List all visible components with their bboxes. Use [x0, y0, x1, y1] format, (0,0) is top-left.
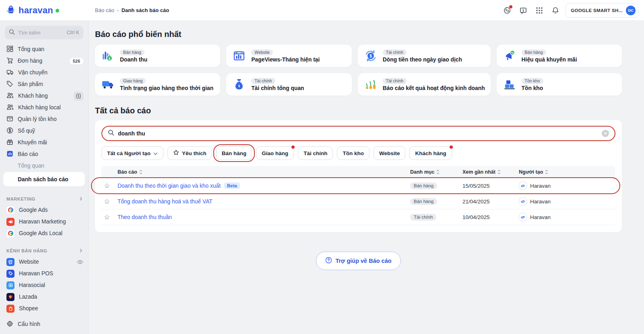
sidebar-item-shopee[interactable]: Shopee: [0, 303, 88, 314]
website-channel-icon: [6, 258, 14, 266]
report-card-pageviews[interactable]: Website PageViews-Tháng hiện tại: [226, 45, 351, 67]
report-card-tinh-trang-giao-hang[interactable]: Giao hàng Tình trạng giao hàng theo thời…: [95, 73, 220, 96]
pageviews-icon: [232, 49, 246, 63]
category-pill: Bán hàng: [410, 198, 437, 205]
report-card-ton-kho[interactable]: Tồn kho Tồn kho: [497, 73, 622, 96]
sidebar-item-label: Tổng quan: [18, 46, 83, 52]
section-title: KÊNH BÁN HÀNG: [6, 248, 47, 253]
sidebar-item-label: Khách hàng local: [18, 105, 83, 111]
sidebar-item-cau-hinh[interactable]: Cấu hình: [0, 318, 88, 330]
sidebar-search-input[interactable]: Tìm kiếm Ctrl K: [5, 26, 83, 39]
sidebar-item-haravan-marketing[interactable]: Haravan Marketing: [0, 216, 88, 227]
report-link[interactable]: Tổng doanh thu hàng hoá và thuế VAT: [118, 199, 213, 205]
creator-cell: Haravan: [519, 197, 615, 205]
report-card-hieu-qua-khuyen-mai[interactable]: % Bán hàng Hiệu quả khuyến mãi: [497, 45, 622, 67]
filter-chip-giao-hang[interactable]: Giao hàng: [256, 146, 294, 160]
breadcrumb-parent[interactable]: Báo cáo: [95, 7, 114, 13]
sidebar-item-khach-hang[interactable]: Khách hàng: [0, 90, 88, 102]
chevron-right-icon: [79, 197, 83, 202]
sidebar-item-label: Haravan POS: [19, 270, 83, 277]
column-header-xem-gan-nhat[interactable]: Xem gần nhất: [462, 169, 519, 175]
report-card-tai-chinh-tong-quan[interactable]: $ Tài chính Tài chính tổng quan: [226, 73, 351, 96]
filter-chip-ton-kho[interactable]: Tồn kho: [337, 146, 369, 160]
favorite-filter-button[interactable]: Yêu thích: [167, 146, 212, 160]
reports-table: Báo cáo Danh mục Xem gần nhất Người tạo: [101, 166, 615, 225]
haravan-logo[interactable]: haravan: [0, 4, 89, 16]
card-tag: Bán hàng: [522, 49, 546, 55]
dropdown-label: Tất cả Người tạo: [107, 150, 151, 156]
sidebar-item-haravan-pos[interactable]: Haravan POS: [0, 268, 88, 279]
sort-icon: [139, 170, 142, 174]
sidebar-item-label: Sản phẩm: [18, 81, 83, 87]
delivery-truck-icon: [101, 77, 115, 92]
card-title: PageViews-Tháng hiện tại: [251, 57, 320, 63]
subitem-label: Danh sách báo cáo: [18, 176, 68, 182]
card-title: Tài chính tổng quan: [251, 85, 304, 91]
visibility-eye-icon[interactable]: [77, 260, 83, 264]
svg-text:%: %: [511, 51, 514, 55]
report-link[interactable]: Theo doanh thu thuần: [118, 214, 172, 220]
gear-icon: [6, 320, 13, 328]
filter-chip-website[interactable]: Website: [374, 146, 406, 160]
sidebar-item-quan-ly-ton-kho[interactable]: Quản lý tồn kho: [0, 113, 88, 125]
bell-icon[interactable]: [549, 4, 561, 16]
sidebar-subitem-danh-sach-bao-cao[interactable]: Danh sách báo cáo: [3, 172, 85, 186]
creator-cell: Haravan: [519, 182, 615, 190]
open-panel-icon[interactable]: [74, 92, 83, 100]
sidebar-item-bao-cao[interactable]: Báo cáo: [0, 148, 88, 160]
filter-chip-tai-chinh[interactable]: Tài chính: [298, 146, 333, 160]
sidebar-item-website[interactable]: Website: [0, 256, 88, 268]
sidebar-item-don-hang[interactable]: Đơn hàng 526: [0, 55, 88, 67]
filter-chip-khach-hang[interactable]: Khách hàng: [409, 146, 452, 160]
category-pill: Bán hàng: [410, 182, 437, 189]
report-card-ket-qua-kinh-doanh[interactable]: Tài chính Báo cáo kết quả hoạt động kinh…: [358, 73, 491, 96]
favorite-label: Yêu thích: [182, 150, 206, 156]
column-header-bao-cao[interactable]: Báo cáo: [118, 169, 410, 175]
sidebar-item-google-ads-local[interactable]: Google Ads Local: [0, 227, 88, 239]
apps-grid-icon[interactable]: [533, 4, 545, 16]
haravan-bag-icon: [6, 4, 16, 16]
card-tag: Website: [251, 49, 273, 55]
help-button[interactable]: Trợ giúp về Báo cáo: [316, 252, 400, 270]
feedback-icon[interactable]: [517, 4, 529, 16]
popular-reports-grid: $ Bán hàng Doanh thu Website PageViews-T…: [95, 45, 622, 96]
column-header-nguoi-tao[interactable]: Người tạo: [519, 169, 615, 175]
new-indicator-dot: [291, 145, 295, 149]
section-kenh-ban-hang[interactable]: KÊNH BÁN HÀNG: [0, 246, 88, 256]
all-reports-panel: doanh thu ✕ Tất cả Người tạo Yêu thích B…: [95, 120, 622, 232]
sidebar-item-lazada[interactable]: Lazada: [0, 291, 88, 303]
topbar: haravan Báo cáo › Danh sách báo cáo GOOG…: [0, 0, 644, 21]
column-header-danh-muc[interactable]: Danh mục: [410, 169, 462, 175]
favorite-star-icon[interactable]: ☆: [101, 213, 118, 221]
logo-text: haravan: [19, 5, 53, 16]
sidebar-item-van-chuyen[interactable]: Vận chuyển: [0, 67, 88, 78]
account-menu[interactable]: GOOGLE SMART SH... DC: [566, 3, 638, 18]
section-marketing[interactable]: MARKETING: [0, 194, 88, 204]
table-row[interactable]: ☆ Doanh thu theo thời gian giao và kho x…: [101, 178, 615, 194]
google-ads-icon: [6, 206, 14, 214]
sidebar-item-google-ads[interactable]: Google Ads: [0, 204, 88, 216]
sidebar-item-tong-quan[interactable]: Tổng quan: [0, 43, 88, 55]
report-card-doanh-thu[interactable]: $ Bán hàng Doanh thu: [95, 45, 220, 67]
creator-name: Haravan: [530, 199, 551, 205]
creator-filter-dropdown[interactable]: Tất cả Người tạo: [101, 146, 163, 160]
sidebar-item-khach-hang-local[interactable]: Khách hàng local: [0, 102, 88, 113]
filter-chip-ban-hang[interactable]: Bán hàng: [216, 146, 252, 160]
promotion-icon: %: [502, 49, 517, 63]
report-link[interactable]: Doanh thu theo thời gian giao và kho xuấ…: [118, 183, 221, 189]
star-icon: [173, 150, 179, 157]
cash-icon: [6, 127, 13, 135]
sidebar-item-khuyen-mai[interactable]: Khuyến mãi: [0, 137, 88, 148]
sidebar-item-so-quy[interactable]: Sổ quỹ: [0, 125, 88, 137]
table-row[interactable]: ☆ Tổng doanh thu hàng hoá và thuế VAT Bá…: [101, 194, 615, 209]
favorite-star-icon[interactable]: ☆: [101, 182, 118, 190]
sync-history-icon[interactable]: [501, 4, 513, 16]
favorite-star-icon[interactable]: ☆: [101, 197, 118, 206]
sidebar-subitem-tong-quan[interactable]: Tổng quan: [0, 160, 88, 171]
sidebar-item-san-pham[interactable]: Sản phẩm: [0, 78, 88, 90]
sidebar-item-harasocial[interactable]: Harasocial: [0, 279, 88, 291]
report-search-input[interactable]: doanh thu ✕: [101, 126, 615, 141]
clear-search-icon[interactable]: ✕: [602, 130, 609, 137]
report-card-dong-tien[interactable]: $ Tài chính Dòng tiền theo ngày giao dịc…: [358, 45, 491, 67]
table-row[interactable]: ☆ Theo doanh thu thuần Tài chính 10/04/2…: [101, 209, 615, 225]
